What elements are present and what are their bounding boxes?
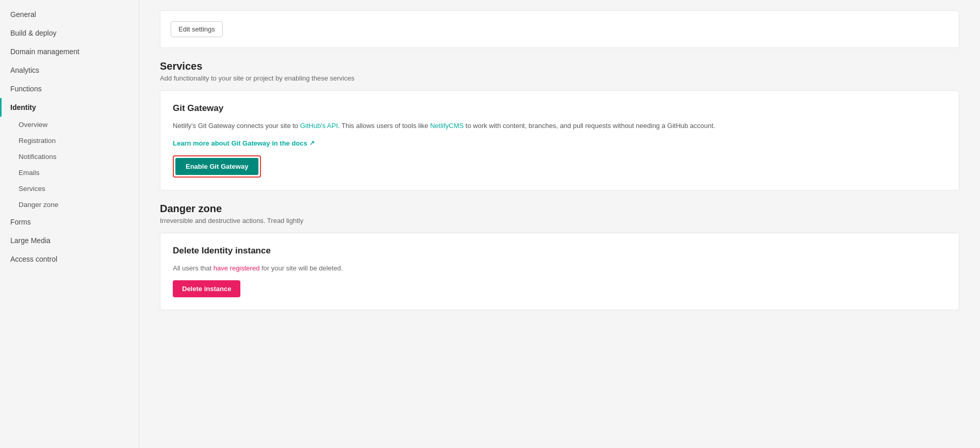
- sidebar: GeneralBuild & deployDomain managementAn…: [0, 0, 139, 448]
- services-section-header: Services Add functionality to your site …: [160, 60, 959, 82]
- sidebar-item-analytics[interactable]: Analytics: [0, 61, 139, 79]
- git-gateway-description: Netlify's Git Gateway connects your site…: [173, 121, 946, 132]
- delete-instance-button[interactable]: Delete instance: [173, 280, 240, 297]
- external-link-icon: ↗: [309, 139, 315, 147]
- git-gateway-title: Git Gateway: [173, 103, 946, 114]
- delete-identity-title: Delete Identity instance: [173, 246, 946, 256]
- danger-zone-section: Danger zone Irreversible and destructive…: [160, 203, 959, 311]
- sidebar-item-build-deploy[interactable]: Build & deploy: [0, 24, 139, 42]
- github-api-link[interactable]: GitHub's API: [300, 122, 338, 130]
- delete-desc-text2: for your site will be deleted.: [259, 264, 342, 272]
- sidebar-sub-item-registration[interactable]: Registration: [0, 133, 139, 149]
- enable-git-gateway-wrapper: Enable Git Gateway: [173, 155, 946, 178]
- delete-identity-card: Delete Identity instance All users that …: [160, 233, 959, 311]
- have-registered-link[interactable]: have registered: [214, 264, 260, 272]
- danger-zone-section-header: Danger zone Irreversible and destructive…: [160, 203, 959, 225]
- edit-settings-card: Edit settings: [160, 10, 959, 48]
- sidebar-item-domain-management[interactable]: Domain management: [0, 42, 139, 61]
- sidebar-item-functions[interactable]: Functions: [0, 79, 139, 98]
- services-subtitle: Add functionality to your site or projec…: [160, 74, 959, 82]
- sidebar-sub-item-emails[interactable]: Emails: [0, 165, 139, 181]
- danger-zone-subtitle: Irreversible and destructive actions. Tr…: [160, 217, 959, 225]
- enable-btn-highlight-border: Enable Git Gateway: [173, 155, 261, 178]
- git-gateway-desc-text1: Netlify's Git Gateway connects your site…: [173, 122, 300, 130]
- git-gateway-card: Git Gateway Netlify's Git Gateway connec…: [160, 90, 959, 190]
- netlifycms-link[interactable]: NetlifyCMS: [430, 122, 464, 130]
- delete-identity-description: All users that have registered for your …: [173, 263, 946, 274]
- main-content: Edit settings Services Add functionality…: [139, 0, 980, 448]
- sidebar-sub-item-services[interactable]: Services: [0, 181, 139, 197]
- delete-desc-text1: All users that: [173, 264, 214, 272]
- sidebar-item-large-media[interactable]: Large Media: [0, 231, 139, 250]
- sidebar-sub-item-danger-zone[interactable]: Danger zone: [0, 197, 139, 213]
- git-gateway-desc-text3: to work with content, branches, and pull…: [464, 122, 715, 130]
- services-title: Services: [160, 60, 959, 72]
- sidebar-item-general[interactable]: General: [0, 5, 139, 24]
- sidebar-item-forms[interactable]: Forms: [0, 213, 139, 231]
- sidebar-sub-item-overview[interactable]: Overview: [0, 117, 139, 133]
- sidebar-item-access-control[interactable]: Access control: [0, 250, 139, 268]
- git-gateway-docs-link-label: Learn more about Git Gateway in the docs: [173, 139, 307, 147]
- git-gateway-docs-link[interactable]: Learn more about Git Gateway in the docs…: [173, 139, 315, 147]
- sidebar-item-identity[interactable]: Identity: [0, 98, 139, 117]
- git-gateway-desc-text2: . This allows users of tools like: [338, 122, 430, 130]
- sidebar-sub-item-notifications[interactable]: Notifications: [0, 149, 139, 165]
- enable-git-gateway-button[interactable]: Enable Git Gateway: [175, 158, 258, 175]
- edit-settings-button[interactable]: Edit settings: [171, 21, 223, 37]
- services-section: Services Add functionality to your site …: [160, 60, 959, 190]
- danger-zone-title: Danger zone: [160, 203, 959, 215]
